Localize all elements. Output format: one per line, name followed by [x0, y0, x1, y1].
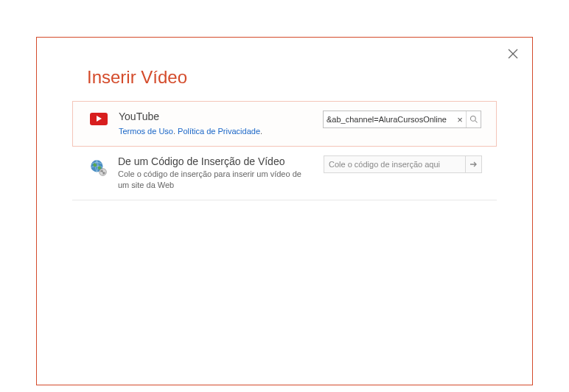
svg-line-3: [475, 121, 477, 123]
youtube-input-wrap: ×: [323, 111, 481, 128]
insert-video-dialog: Inserir Vídeo YouTube Termos de Uso. Pol…: [36, 37, 533, 385]
embed-code-input[interactable]: [324, 156, 465, 172]
privacy-link[interactable]: Política de Privacidade: [178, 127, 260, 136]
dialog-title: Inserir Vídeo: [37, 38, 532, 101]
youtube-icon: [90, 113, 108, 125]
globe-icon: [88, 158, 108, 177]
youtube-title: YouTube: [119, 111, 314, 122]
embed-input-wrap: [324, 155, 482, 173]
youtube-links-line: Termos de Uso. Política de Privacidade.: [119, 124, 314, 137]
youtube-search-input[interactable]: [324, 111, 454, 127]
close-icon: [507, 48, 519, 60]
arrow-right-icon: [469, 161, 478, 168]
search-icon: [469, 115, 478, 124]
youtube-option-text: YouTube Termos de Uso. Política de Priva…: [110, 111, 323, 137]
youtube-search-box: ×: [323, 111, 481, 128]
youtube-option-row: YouTube Termos de Uso. Política de Priva…: [72, 101, 497, 147]
embed-title: De um Código de Inserção de Vídeo: [118, 155, 315, 167]
embed-icon-wrap: [87, 155, 109, 177]
embed-subtitle: Cole o código de inserção para inserir u…: [118, 169, 315, 191]
embed-submit-button[interactable]: [465, 156, 481, 172]
embed-option-row: De um Código de Inserção de Vídeo Cole o…: [72, 147, 497, 200]
clear-input-button[interactable]: ×: [454, 114, 466, 125]
close-button[interactable]: [507, 48, 519, 60]
youtube-icon-wrap: [88, 111, 110, 125]
search-button[interactable]: [466, 111, 481, 127]
embed-option-text: De um Código de Inserção de Vídeo Cole o…: [109, 155, 324, 191]
link-trailing: .: [260, 127, 262, 136]
svg-point-2: [470, 116, 475, 122]
terms-link[interactable]: Termos de Uso: [119, 127, 173, 136]
embed-code-box: [324, 155, 482, 173]
